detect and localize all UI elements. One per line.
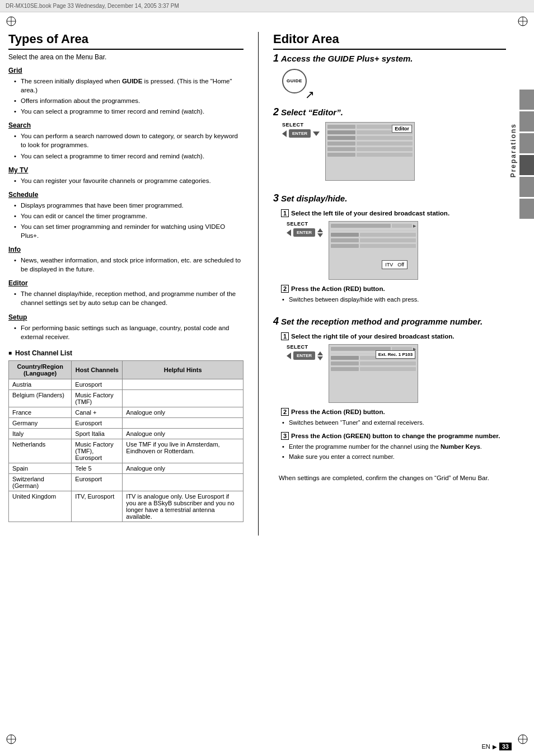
mytv-bullets: You can register your favourite channels… [8,176,243,185]
cell-channels: Eurosport [72,417,123,428]
cell-country: Germany [9,417,72,428]
step3-sub2-bullet-1: Switches between display/hide with each … [282,295,506,304]
cell-channels: Eurosport [72,379,123,389]
sidebar-tab-5 [519,177,534,197]
cell-country: Switzerland (German) [9,473,72,491]
step4-sub3: 3 Press the Action (GREEN) button to cha… [281,431,506,440]
sg-row [327,142,413,145]
step3-sub1-text: Select the left tile of your desired bro… [291,209,506,218]
step3-select-area: SELECT ENTER [287,221,323,237]
category-info: Info [8,246,243,253]
sidebar-tab-6 [519,199,534,219]
sg-cell [392,224,412,228]
sidebar-tabs [519,90,534,219]
setup-bullet-1: For performing basic settings such as la… [13,323,243,341]
step2-select-area: SELECT ENTER [282,122,320,138]
cell-hints [123,473,243,491]
step4-up-down-arrows [317,351,323,360]
step3-left-arrow-icon [287,229,291,236]
sidebar-tab-1 [519,90,534,110]
cell-country: United Kingdom [9,491,72,522]
step4-screen-grid: ▶ [329,345,418,373]
step3-sub1-num: 1 [281,209,289,217]
sg-cell [360,361,416,365]
grid-bullets: The screen initially displayed when GUID… [8,77,243,116]
cell-hints [123,379,243,389]
step4-up-arrow-icon [317,351,323,355]
sg-cell [357,136,413,140]
search-bullet-2: You can select a programme to timer reco… [13,152,243,161]
sg-cell [327,125,355,129]
sg-cell [357,142,413,145]
cell-hints: Analogue only [123,407,243,417]
category-setup: Setup [8,313,243,321]
cell-hints [123,389,243,407]
table-row: Spain Tele 5 Analogue only [9,463,243,473]
cell-country: Belgium (Flanders) [9,389,72,407]
table-row: Austria Eurosport [9,379,243,389]
step2-content: SELECT ENTER [282,122,506,181]
category-mytv: My TV [8,166,243,174]
step4-block: 4 Set the reception method and programme… [273,316,506,466]
cell-country: France [9,407,72,417]
search-bullet-1: You can perform a search narrowed down t… [13,132,243,149]
step3-screen: ▶ [329,221,418,280]
host-channel-header: Host Channel List [8,349,243,357]
sg-cell [360,238,416,242]
step4-down-arrow-icon [317,356,323,360]
search-bullets: You can perform a search narrowed down t… [8,132,243,160]
step3-sub2-bullets: Switches between display/hide with each … [273,295,506,304]
corner-mark-tl [6,16,17,27]
right-section-title: Editor Area [273,32,506,50]
ext-rec-badge: Ext. Rec. 1 P103 [376,350,415,359]
step4-select-label: SELECT [287,344,323,350]
cell-country: Italy [9,428,72,439]
step2-select-label: SELECT [282,122,320,128]
mytv-bullet-1: You can register your favourite channels… [13,176,243,185]
step4-sub3-bullet-2: Make sure you enter a correct number. [282,453,506,461]
enter-button-label: ENTER [289,129,311,138]
editor-badge: Editor [392,125,412,133]
sg-cell [327,136,355,140]
step3-up-down-arrows [317,228,323,237]
step4-screen: ▶ [329,344,418,403]
preparations-text: Preparations [509,123,517,177]
corner-mark-br [517,734,528,745]
page-number-bar: EN ▶ 33 [481,743,512,750]
corner-mark-bl [6,734,17,745]
page-arrow-icon: ▶ [493,744,497,750]
step4-sub2-text: Press the Action (RED) button. [291,407,506,416]
cell-hints: Use TMF if you live in Amsterdam, Eindho… [123,439,243,463]
step4-sub1-content: SELECT ENTER [287,344,506,403]
step2-block: 2 Select “Editor”. SELECT ENTER [273,107,506,186]
itv-off-badge: ITV Off [382,260,407,269]
sg-cell [331,356,359,360]
step2-screen: Editor [325,122,415,181]
step4-sub3-bullet-1: Enter the programme number for the chann… [282,443,506,451]
sg-cell [331,238,359,242]
step4-sub2-bullets: Switches between “Tuner” and external re… [273,419,506,427]
step1-title: 1 Access the GUIDE Plus+ system. [273,53,506,64]
sg-row [327,136,413,140]
step1-number: 1 [273,53,279,63]
sg-cell [360,233,416,237]
sg-divider [331,230,416,231]
cell-channels: Sport Italia [72,428,123,439]
host-channel-title: Host Channel List [15,349,72,357]
cell-channels: ITV, Eurosport [72,491,123,522]
step3-sub2-text: Press the Action (RED) button. [291,284,506,293]
col-hints: Helpful Hints [123,360,243,379]
guide-icon-label: GUIDE [287,78,302,83]
sidebar-tab-3 [519,133,534,153]
sg-row [331,233,416,237]
step3-enter-btn: ENTER [293,228,315,237]
category-schedule: Schedule [8,191,243,199]
cell-channels: Tele 5 [72,463,123,473]
schedule-bullet-3: You can set timer programming and remind… [13,222,243,240]
setup-bullets: For performing basic settings such as la… [8,323,243,341]
sg-cell [357,153,413,157]
sg-cell [331,244,359,248]
guide-icon-wrapper: GUIDE ↗ [282,69,307,93]
column-divider [258,32,259,536]
step3-down-arrow-icon [317,233,323,237]
